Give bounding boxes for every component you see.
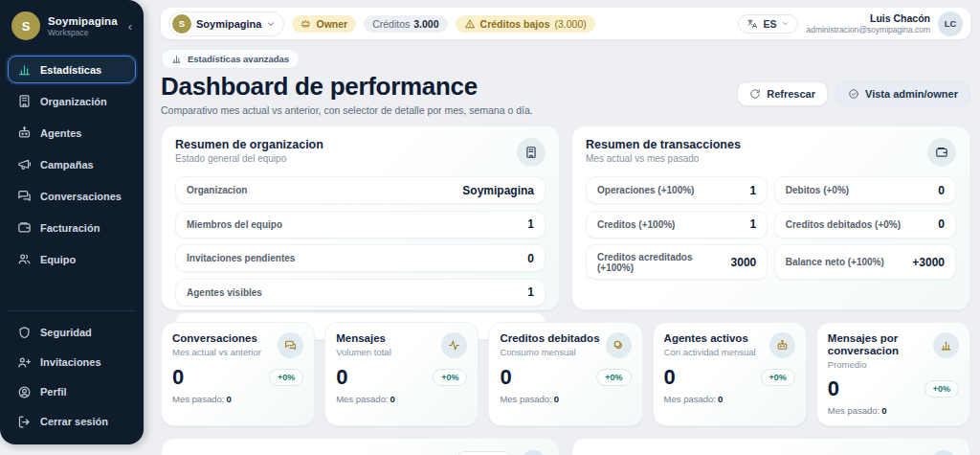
low-credits-badge: Créditos bajos (3.000) xyxy=(456,15,595,33)
kpi-title: Agentes activos xyxy=(664,332,756,345)
row-value: 0 xyxy=(527,252,534,265)
sidebar-item-label: Organización xyxy=(40,96,107,107)
workspace-type-label: Workspace xyxy=(48,28,119,37)
kpi-value: 0 xyxy=(172,365,184,390)
table-row: Debitos (+0%)0 xyxy=(774,176,956,204)
low-credits-label: Créditos bajos xyxy=(480,18,550,30)
kpi-subtitle: Consumo mensual xyxy=(500,347,599,357)
building-icon xyxy=(517,138,546,167)
kpi-subtitle: Mes actual vs anterior xyxy=(172,347,261,357)
refresh-button[interactable]: Refrescar xyxy=(737,81,828,106)
kpi-card-agentes-activos: Agentes activos Con actividad mensual 0 … xyxy=(653,322,807,426)
sidebar-item-invitaciones[interactable]: Invitaciones xyxy=(8,349,136,375)
language-selector[interactable]: ES xyxy=(738,14,798,34)
credits-chart-card: Creditos - Mes (ultimos 12) xyxy=(571,438,970,455)
sidebar-item-facturacion[interactable]: Facturación xyxy=(8,214,136,241)
bar-chart-icon xyxy=(17,62,32,77)
workspace-selector-label: Soymipagina xyxy=(196,18,261,30)
kpi-footer: Mes pasado:0 xyxy=(664,394,795,404)
sidebar-item-perfil[interactable]: Perfil xyxy=(8,378,136,405)
kpi-card-mensajes: Mensajes Volumen total 0 +0% Mes pasado:… xyxy=(324,322,479,426)
row-label: Balance neto (+100%) xyxy=(786,257,884,267)
sidebar-item-campanas[interactable]: Campañas xyxy=(8,150,136,178)
shield-icon xyxy=(17,326,32,340)
sidebar-item-seguridad[interactable]: Seguridad xyxy=(8,319,136,346)
chat-icon xyxy=(17,189,32,203)
sidebar-footer-nav: Seguridad Invitaciones Perfil Cerrar ses… xyxy=(8,310,136,435)
kpi-cards-row: Conversaciones Mes actual vs anterior 0 … xyxy=(161,322,970,426)
megaphone-icon xyxy=(17,157,32,171)
kpi-footer: Mes pasado:0 xyxy=(336,394,467,404)
sidebar-item-agentes[interactable]: Agentes xyxy=(8,119,136,147)
kpi-title: Creditos debitados xyxy=(500,332,599,345)
org-summary-subtitle: Estado general del equipo xyxy=(175,153,323,164)
kpi-footer-label: Mes pasado: xyxy=(828,405,880,416)
org-summary-header: Resumen de organizacion Estado general d… xyxy=(175,138,546,167)
row-value: 0 xyxy=(938,217,945,231)
sidebar-item-cerrar-sesion[interactable]: Cerrar sesión xyxy=(8,408,136,435)
kpi-title: Mensajes xyxy=(336,332,391,345)
sidebar-item-estadisticas[interactable]: Estadísticas xyxy=(8,56,136,83)
tx-summary-rows: Operaciones (+100%)1 Debitos (+0%)0 Cred… xyxy=(586,176,956,280)
credits-value: 3.000 xyxy=(413,18,438,30)
kpi-footer-value: 0 xyxy=(226,394,231,404)
coins-icon xyxy=(931,450,956,455)
chevron-down-icon xyxy=(266,19,276,29)
kpi-footer: Mes pasado:0 xyxy=(828,405,959,416)
page-title: Dashboard de performance xyxy=(161,72,533,102)
row-value: 1 xyxy=(750,184,757,197)
period-select[interactable]: Mes xyxy=(457,451,513,455)
kpi-footer-label: Mes pasado: xyxy=(336,394,388,404)
kpi-footer: Mes pasado:0 xyxy=(500,394,631,404)
tx-summary-title: Resumen de transacciones xyxy=(586,138,741,151)
language-label: ES xyxy=(763,18,776,30)
topbar: S Soymipagina Owner Créditos 3.000 Crédi… xyxy=(161,8,970,39)
building-icon xyxy=(17,94,32,108)
sidebar-item-equipo[interactable]: Equipo xyxy=(8,245,136,273)
page-header: Dashboard de performance Comparativo mes… xyxy=(161,72,970,116)
wallet-icon xyxy=(17,220,32,235)
sidebar-item-conversaciones[interactable]: Conversaciones xyxy=(8,182,136,210)
tx-summary-subtitle: Mes actual vs mes pasado xyxy=(586,153,741,164)
kpi-footer-value: 0 xyxy=(554,394,559,404)
workspace-selector[interactable]: S Soymipagina xyxy=(168,11,284,36)
bar-chart-icon xyxy=(171,54,182,64)
table-row: OrganizacionSoymipagina xyxy=(175,176,546,204)
table-row: Balance neto (+100%)+3000 xyxy=(774,244,956,280)
sidebar-item-label: Campañas xyxy=(40,159,94,171)
breadcrumb: Estadísticas avanzadas xyxy=(161,49,300,69)
tx-summary-title-block: Resumen de transacciones Mes actual vs m… xyxy=(586,138,741,164)
kpi-subtitle: Con actividad mensual xyxy=(664,347,756,357)
sidebar-nav: Estadísticas Organización Agentes Campañ… xyxy=(8,56,136,273)
sidebar-collapse-button[interactable]: ‹ xyxy=(126,19,134,34)
row-value: 3000 xyxy=(731,256,757,269)
sidebar-item-label: Seguridad xyxy=(40,327,92,338)
workspace-name: Soymipagina xyxy=(48,15,119,27)
row-value: 0 xyxy=(938,184,945,197)
view-admin-owner-button[interactable]: Vista admin/owner xyxy=(835,81,970,106)
kpi-subtitle: Volumen total xyxy=(336,347,391,357)
sidebar-item-label: Estadísticas xyxy=(40,64,101,76)
user-avatar[interactable]: LC xyxy=(938,11,963,36)
summary-cards-row: Resumen de organizacion Estado general d… xyxy=(161,125,970,310)
sidebar-item-label: Perfil xyxy=(40,386,67,398)
sidebar-item-label: Equipo xyxy=(40,254,76,265)
row-value: Soymipagina xyxy=(462,184,534,197)
sidebar-item-label: Agentes xyxy=(40,127,81,139)
coins-icon xyxy=(606,332,632,358)
kpi-delta-badge: +0% xyxy=(433,369,467,386)
kpi-card-creditos-debitados: Creditos debitados Consumo mensual 0 +0%… xyxy=(488,322,642,426)
refresh-icon xyxy=(749,88,761,100)
table-row: Creditos acreditados (+100%)3000 xyxy=(586,244,768,280)
crown-icon xyxy=(301,18,311,29)
table-row: Agentes visibles1 xyxy=(175,279,546,307)
kpi-card-mensajes-por-conversacion: Mensajes por conversacion Promedio 0 +0%… xyxy=(816,322,970,426)
kpi-footer-label: Mes pasado: xyxy=(500,394,551,404)
kpi-footer-value: 0 xyxy=(881,405,886,416)
view-button-label: Vista admin/owner xyxy=(865,88,958,100)
user-info: Luis Chacón administracion@soymipagina.c… xyxy=(806,12,930,34)
activity-icon xyxy=(521,450,546,455)
row-label: Operaciones (+100%) xyxy=(597,185,694,195)
row-label: Agentes visibles xyxy=(187,287,262,298)
sidebar-item-organizacion[interactable]: Organización xyxy=(8,87,136,115)
